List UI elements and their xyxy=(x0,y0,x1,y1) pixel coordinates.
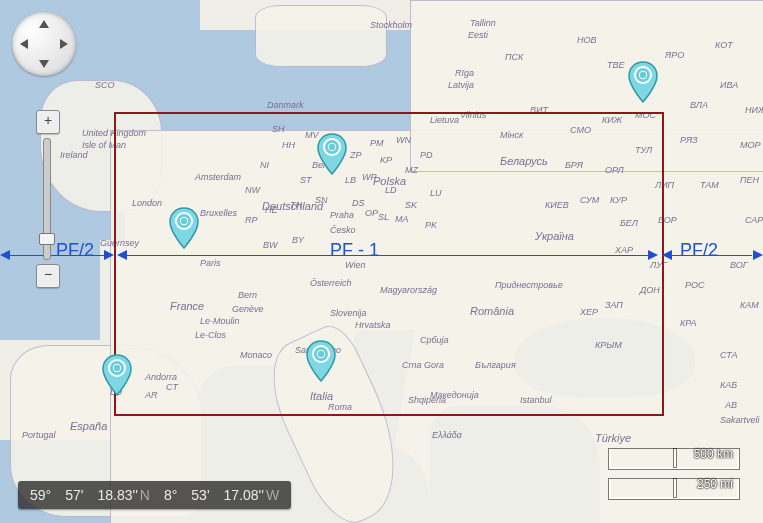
arrow-seg-right-head-l xyxy=(662,250,672,260)
svg-point-19 xyxy=(640,72,646,78)
zoom-slider-handle[interactable] xyxy=(39,233,55,245)
lon-hemi: W xyxy=(266,487,279,503)
lat-sec-val: 18.83'' xyxy=(97,487,137,503)
arrow-seg-left-head-r xyxy=(104,250,114,260)
coordinate-readout: 59° 57' 18.83''N 8° 53' 17.08''W xyxy=(18,481,291,509)
svg-point-3 xyxy=(114,365,120,371)
scale-bar-mi: 250 mi xyxy=(609,479,739,499)
map-marker[interactable] xyxy=(315,132,349,176)
arrow-seg-right xyxy=(672,255,752,256)
scale-mi-label: 250 mi xyxy=(697,477,733,491)
svg-point-7 xyxy=(181,218,187,224)
arrow-seg-mid-head-r xyxy=(648,250,658,260)
arrow-head-left xyxy=(0,250,10,260)
zoom-out-button[interactable]: − xyxy=(36,264,60,288)
scale-km-label: 500 km xyxy=(694,447,733,461)
lat-min: 57' xyxy=(65,487,83,503)
lon-sec-val: 17.08'' xyxy=(224,487,264,503)
pan-down-button[interactable] xyxy=(39,60,49,68)
svg-point-11 xyxy=(329,144,335,150)
pan-right-button[interactable] xyxy=(60,39,68,49)
map-marker[interactable] xyxy=(167,206,201,250)
map-canvas[interactable]: IrelandSCOUnited KingdomIsle of ManLondo… xyxy=(0,0,763,523)
lon-min: 53' xyxy=(191,487,209,503)
pan-up-button[interactable] xyxy=(39,20,49,28)
zoom-control: + − xyxy=(36,110,58,288)
arrow-seg-mid xyxy=(127,255,648,256)
pan-left-button[interactable] xyxy=(20,39,28,49)
lon-sec: 17.08''W xyxy=(224,487,280,503)
pan-compass xyxy=(12,12,76,76)
map-marker[interactable] xyxy=(304,339,338,383)
map-marker[interactable] xyxy=(626,60,660,104)
zoom-slider-track[interactable] xyxy=(43,138,51,260)
arrow-seg-mid-head-l xyxy=(117,250,127,260)
scale-bar-km: 500 km xyxy=(609,449,739,469)
red-bounding-box xyxy=(114,112,664,416)
svg-point-15 xyxy=(318,351,324,357)
lat-deg: 59° xyxy=(30,487,51,503)
lat-sec: 18.83''N xyxy=(97,487,150,503)
arrow-head-right xyxy=(753,250,763,260)
zoom-in-button[interactable]: + xyxy=(36,110,60,134)
map-marker[interactable] xyxy=(100,353,134,397)
lat-hemi: N xyxy=(140,487,150,503)
lon-deg: 8° xyxy=(164,487,177,503)
land-scandinavia-tip xyxy=(255,5,387,67)
